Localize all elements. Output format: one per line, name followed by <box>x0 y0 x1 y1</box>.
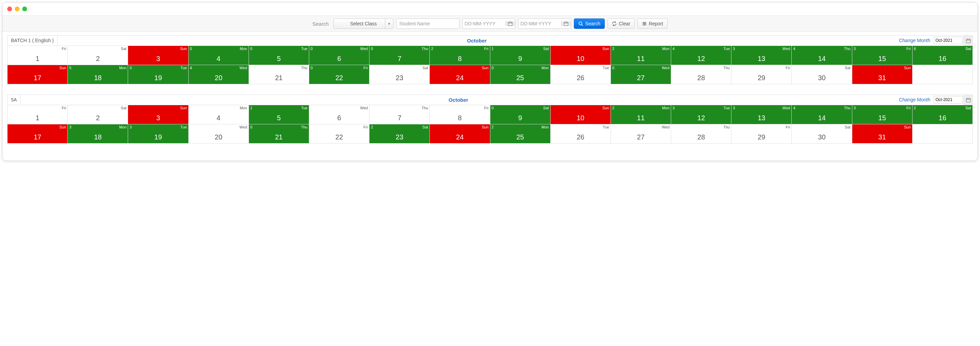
day-cell[interactable]: Sun17 <box>8 124 68 144</box>
day-cell[interactable]: Thu28 <box>671 124 732 144</box>
day-of-week: Thu <box>422 46 428 51</box>
date-from-input[interactable]: DD-MM-YYYY <box>462 19 515 29</box>
student-name-input[interactable]: Student Name <box>396 19 460 29</box>
day-cell[interactable]: Sun10 <box>550 105 611 124</box>
day-cell[interactable]: Wed20 <box>189 124 249 144</box>
day-cell[interactable]: 2Sat16 <box>913 105 973 124</box>
day-cell[interactable]: Fri1 <box>8 105 68 124</box>
close-icon[interactable] <box>7 6 12 11</box>
day-cell[interactable]: Wed6 <box>309 105 369 124</box>
day-cell[interactable]: Tue26 <box>550 65 611 84</box>
day-of-week: Fri <box>786 125 790 129</box>
day-cell[interactable]: 4Thu14 <box>792 46 852 65</box>
day-cell[interactable]: Sat2 <box>68 46 128 65</box>
day-cell[interactable]: 3Wed13 <box>732 46 792 65</box>
day-of-week: Tue <box>301 46 307 51</box>
day-cell[interactable]: 0Tue19 <box>128 65 188 84</box>
day-cell[interactable]: 2Mon25 <box>490 124 550 144</box>
day-cell[interactable]: 0Mon25 <box>490 65 550 84</box>
day-cell[interactable]: 4Tue12 <box>671 46 732 65</box>
day-cell[interactable]: 0Mon4 <box>189 46 249 65</box>
day-cell[interactable]: 5Mon18 <box>68 65 128 84</box>
calendar-icon[interactable] <box>964 95 972 105</box>
refresh-icon <box>612 21 617 26</box>
report-button[interactable]: Report <box>638 19 668 29</box>
day-cell[interactable]: Thu21 <box>249 65 309 84</box>
calendar-icon[interactable] <box>964 36 972 46</box>
day-cell[interactable]: 2Mon11 <box>611 46 671 65</box>
day-cell[interactable]: Sun31 <box>852 65 913 84</box>
day-cell[interactable]: 1Tue5 <box>249 105 309 124</box>
day-cell[interactable]: 0Wed6 <box>309 46 369 65</box>
day-cell[interactable]: 4Wed20 <box>189 65 249 84</box>
day-cell[interactable]: Fri22 <box>309 124 369 144</box>
day-cell[interactable]: Mon4 <box>189 105 249 124</box>
day-cell[interactable]: Sat23 <box>369 65 430 84</box>
day-cell[interactable]: Sun3 <box>128 105 188 124</box>
day-of-week: Fri <box>363 125 368 129</box>
day-cell[interactable]: 0Sat9 <box>490 105 550 124</box>
day-number: 22 <box>309 74 369 82</box>
month-label: October <box>21 95 896 105</box>
day-cell[interactable]: 3Tue12 <box>671 105 732 124</box>
day-cell[interactable]: Tue26 <box>550 124 611 144</box>
day-cell[interactable]: 0Thu7 <box>369 46 430 65</box>
day-number: 24 <box>430 74 490 82</box>
calendar-header: BATCH 1 ( English )OctoberChange Month <box>7 35 973 46</box>
day-cell[interactable]: 0Thu21 <box>249 124 309 144</box>
day-number: 24 <box>430 133 490 141</box>
day-cell[interactable]: Sun10 <box>550 46 611 65</box>
day-of-week: Sun <box>180 106 187 110</box>
day-cell[interactable]: Thu7 <box>369 105 430 124</box>
day-number: 21 <box>249 133 309 141</box>
day-cell[interactable]: 4Thu14 <box>792 105 852 124</box>
day-cell[interactable]: Sun3 <box>128 46 188 65</box>
day-number: 12 <box>671 55 731 63</box>
day-count: 0 <box>250 125 252 129</box>
minimize-icon[interactable] <box>15 6 19 11</box>
day-cell[interactable]: 2Fri8 <box>430 46 490 65</box>
day-cell[interactable]: 6Sat16 <box>913 46 973 65</box>
day-of-week: Fri <box>786 66 790 70</box>
clear-button[interactable]: Clear <box>608 19 635 29</box>
day-cell[interactable]: Sat30 <box>792 65 852 84</box>
day-cell[interactable]: Thu28 <box>671 65 732 84</box>
class-select[interactable]: Select Class ▼ <box>334 19 393 29</box>
month-input[interactable] <box>934 96 963 104</box>
day-cell[interactable]: 0Wed27 <box>611 65 671 84</box>
search-button[interactable]: Search <box>574 19 605 29</box>
day-count: 0 <box>371 46 373 51</box>
day-cell[interactable]: Sat30 <box>792 124 852 144</box>
date-to-input[interactable]: DD-MM-YYYY <box>518 19 571 29</box>
day-cell[interactable]: 0Tue5 <box>249 46 309 65</box>
window-titlebar <box>2 2 978 15</box>
day-cell[interactable]: 3Mon18 <box>68 124 128 144</box>
day-of-week: Sat <box>965 106 971 110</box>
calendar-icon[interactable] <box>506 21 515 26</box>
day-cell[interactable]: 1Sat9 <box>490 46 550 65</box>
day-cell[interactable]: Sun17 <box>8 65 68 84</box>
day-cell[interactable]: Sun31 <box>852 124 913 144</box>
month-input[interactable] <box>934 37 963 44</box>
calendar-icon[interactable] <box>561 21 571 26</box>
day-of-week: Sun <box>904 125 911 129</box>
day-cell[interactable]: Fri29 <box>732 124 792 144</box>
day-cell[interactable]: Sun24 <box>430 65 490 84</box>
day-cell[interactable]: Fri1 <box>8 46 68 65</box>
day-cell[interactable]: 2Mon11 <box>611 105 671 124</box>
search-icon <box>578 21 583 26</box>
day-cell[interactable]: 3Fri15 <box>852 46 913 65</box>
day-cell[interactable]: 3Fri15 <box>852 105 913 124</box>
maximize-icon[interactable] <box>22 6 27 11</box>
day-cell[interactable]: 3Tue19 <box>128 124 188 144</box>
day-cell[interactable]: Wed27 <box>611 124 671 144</box>
day-cell[interactable]: 3Wed13 <box>732 105 792 124</box>
day-cell[interactable]: 2Sat23 <box>369 124 430 144</box>
day-cell[interactable]: Sun24 <box>430 124 490 144</box>
day-cell[interactable]: Fri8 <box>430 105 490 124</box>
day-cell[interactable]: Fri29 <box>732 65 792 84</box>
day-number: 2 <box>68 114 128 122</box>
svg-rect-17 <box>966 98 970 102</box>
day-cell[interactable]: 0Fri22 <box>309 65 369 84</box>
day-cell[interactable]: Sat2 <box>68 105 128 124</box>
